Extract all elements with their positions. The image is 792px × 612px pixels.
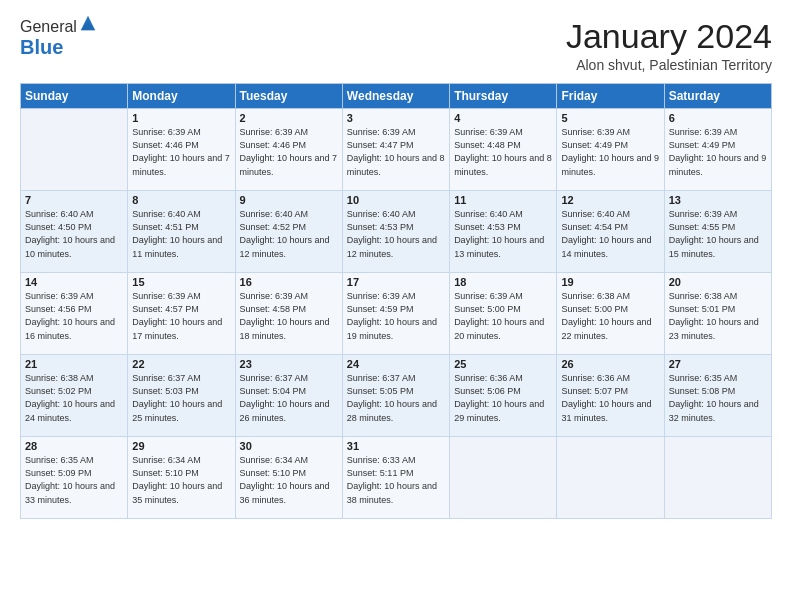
column-header-saturday: Saturday bbox=[664, 84, 771, 109]
day-info: Sunrise: 6:38 AMSunset: 5:02 PMDaylight:… bbox=[25, 372, 123, 424]
calendar-cell: 1Sunrise: 6:39 AMSunset: 4:46 PMDaylight… bbox=[128, 109, 235, 191]
day-info: Sunrise: 6:36 AMSunset: 5:06 PMDaylight:… bbox=[454, 372, 552, 424]
day-number: 9 bbox=[240, 194, 338, 206]
day-number: 18 bbox=[454, 276, 552, 288]
calendar-cell: 17Sunrise: 6:39 AMSunset: 4:59 PMDayligh… bbox=[342, 273, 449, 355]
column-header-friday: Friday bbox=[557, 84, 664, 109]
day-info: Sunrise: 6:34 AMSunset: 5:10 PMDaylight:… bbox=[240, 454, 338, 506]
calendar-cell: 2Sunrise: 6:39 AMSunset: 4:46 PMDaylight… bbox=[235, 109, 342, 191]
calendar-cell: 5Sunrise: 6:39 AMSunset: 4:49 PMDaylight… bbox=[557, 109, 664, 191]
calendar-cell: 29Sunrise: 6:34 AMSunset: 5:10 PMDayligh… bbox=[128, 437, 235, 519]
day-info: Sunrise: 6:39 AMSunset: 4:56 PMDaylight:… bbox=[25, 290, 123, 342]
column-header-thursday: Thursday bbox=[450, 84, 557, 109]
day-number: 10 bbox=[347, 194, 445, 206]
column-header-monday: Monday bbox=[128, 84, 235, 109]
calendar-cell: 18Sunrise: 6:39 AMSunset: 5:00 PMDayligh… bbox=[450, 273, 557, 355]
day-number: 27 bbox=[669, 358, 767, 370]
day-info: Sunrise: 6:40 AMSunset: 4:53 PMDaylight:… bbox=[454, 208, 552, 260]
calendar-table: SundayMondayTuesdayWednesdayThursdayFrid… bbox=[20, 83, 772, 519]
day-number: 6 bbox=[669, 112, 767, 124]
day-number: 8 bbox=[132, 194, 230, 206]
day-number: 16 bbox=[240, 276, 338, 288]
day-info: Sunrise: 6:40 AMSunset: 4:52 PMDaylight:… bbox=[240, 208, 338, 260]
day-number: 28 bbox=[25, 440, 123, 452]
day-info: Sunrise: 6:40 AMSunset: 4:53 PMDaylight:… bbox=[347, 208, 445, 260]
day-info: Sunrise: 6:39 AMSunset: 5:00 PMDaylight:… bbox=[454, 290, 552, 342]
calendar-week-2: 7Sunrise: 6:40 AMSunset: 4:50 PMDaylight… bbox=[21, 191, 772, 273]
calendar-cell: 12Sunrise: 6:40 AMSunset: 4:54 PMDayligh… bbox=[557, 191, 664, 273]
header: General Blue January 2024 Alon shvut, Pa… bbox=[20, 18, 772, 73]
day-info: Sunrise: 6:34 AMSunset: 5:10 PMDaylight:… bbox=[132, 454, 230, 506]
day-number: 31 bbox=[347, 440, 445, 452]
calendar-cell: 8Sunrise: 6:40 AMSunset: 4:51 PMDaylight… bbox=[128, 191, 235, 273]
logo-general-text: General bbox=[20, 18, 77, 36]
calendar-cell: 3Sunrise: 6:39 AMSunset: 4:47 PMDaylight… bbox=[342, 109, 449, 191]
calendar-cell: 10Sunrise: 6:40 AMSunset: 4:53 PMDayligh… bbox=[342, 191, 449, 273]
svg-marker-1 bbox=[81, 21, 95, 30]
day-number: 19 bbox=[561, 276, 659, 288]
day-number: 15 bbox=[132, 276, 230, 288]
calendar-header-row: SundayMondayTuesdayWednesdayThursdayFrid… bbox=[21, 84, 772, 109]
day-number: 22 bbox=[132, 358, 230, 370]
day-number: 1 bbox=[132, 112, 230, 124]
day-info: Sunrise: 6:39 AMSunset: 4:55 PMDaylight:… bbox=[669, 208, 767, 260]
calendar-cell: 7Sunrise: 6:40 AMSunset: 4:50 PMDaylight… bbox=[21, 191, 128, 273]
calendar-cell: 30Sunrise: 6:34 AMSunset: 5:10 PMDayligh… bbox=[235, 437, 342, 519]
day-number: 4 bbox=[454, 112, 552, 124]
day-number: 12 bbox=[561, 194, 659, 206]
day-info: Sunrise: 6:39 AMSunset: 4:46 PMDaylight:… bbox=[240, 126, 338, 178]
calendar-cell: 9Sunrise: 6:40 AMSunset: 4:52 PMDaylight… bbox=[235, 191, 342, 273]
calendar-cell: 15Sunrise: 6:39 AMSunset: 4:57 PMDayligh… bbox=[128, 273, 235, 355]
day-info: Sunrise: 6:35 AMSunset: 5:09 PMDaylight:… bbox=[25, 454, 123, 506]
day-number: 21 bbox=[25, 358, 123, 370]
calendar-cell bbox=[450, 437, 557, 519]
column-header-sunday: Sunday bbox=[21, 84, 128, 109]
calendar-cell: 14Sunrise: 6:39 AMSunset: 4:56 PMDayligh… bbox=[21, 273, 128, 355]
day-info: Sunrise: 6:36 AMSunset: 5:07 PMDaylight:… bbox=[561, 372, 659, 424]
day-info: Sunrise: 6:38 AMSunset: 5:01 PMDaylight:… bbox=[669, 290, 767, 342]
calendar-cell: 4Sunrise: 6:39 AMSunset: 4:48 PMDaylight… bbox=[450, 109, 557, 191]
calendar-cell bbox=[21, 109, 128, 191]
calendar-week-1: 1Sunrise: 6:39 AMSunset: 4:46 PMDaylight… bbox=[21, 109, 772, 191]
location-subtitle: Alon shvut, Palestinian Territory bbox=[566, 57, 772, 73]
calendar-cell: 6Sunrise: 6:39 AMSunset: 4:49 PMDaylight… bbox=[664, 109, 771, 191]
day-info: Sunrise: 6:39 AMSunset: 4:49 PMDaylight:… bbox=[669, 126, 767, 178]
day-number: 20 bbox=[669, 276, 767, 288]
day-info: Sunrise: 6:39 AMSunset: 4:46 PMDaylight:… bbox=[132, 126, 230, 178]
logo-icon bbox=[79, 14, 97, 32]
column-header-wednesday: Wednesday bbox=[342, 84, 449, 109]
calendar-cell: 19Sunrise: 6:38 AMSunset: 5:00 PMDayligh… bbox=[557, 273, 664, 355]
day-info: Sunrise: 6:39 AMSunset: 4:47 PMDaylight:… bbox=[347, 126, 445, 178]
calendar-week-3: 14Sunrise: 6:39 AMSunset: 4:56 PMDayligh… bbox=[21, 273, 772, 355]
day-number: 5 bbox=[561, 112, 659, 124]
calendar-cell: 27Sunrise: 6:35 AMSunset: 5:08 PMDayligh… bbox=[664, 355, 771, 437]
day-info: Sunrise: 6:39 AMSunset: 4:49 PMDaylight:… bbox=[561, 126, 659, 178]
day-info: Sunrise: 6:37 AMSunset: 5:04 PMDaylight:… bbox=[240, 372, 338, 424]
day-number: 7 bbox=[25, 194, 123, 206]
day-info: Sunrise: 6:35 AMSunset: 5:08 PMDaylight:… bbox=[669, 372, 767, 424]
day-info: Sunrise: 6:40 AMSunset: 4:51 PMDaylight:… bbox=[132, 208, 230, 260]
day-info: Sunrise: 6:38 AMSunset: 5:00 PMDaylight:… bbox=[561, 290, 659, 342]
day-number: 11 bbox=[454, 194, 552, 206]
title-block: January 2024 Alon shvut, Palestinian Ter… bbox=[566, 18, 772, 73]
calendar-week-4: 21Sunrise: 6:38 AMSunset: 5:02 PMDayligh… bbox=[21, 355, 772, 437]
day-number: 26 bbox=[561, 358, 659, 370]
calendar-cell: 31Sunrise: 6:33 AMSunset: 5:11 PMDayligh… bbox=[342, 437, 449, 519]
calendar-week-5: 28Sunrise: 6:35 AMSunset: 5:09 PMDayligh… bbox=[21, 437, 772, 519]
day-number: 2 bbox=[240, 112, 338, 124]
calendar-cell: 16Sunrise: 6:39 AMSunset: 4:58 PMDayligh… bbox=[235, 273, 342, 355]
calendar-cell: 26Sunrise: 6:36 AMSunset: 5:07 PMDayligh… bbox=[557, 355, 664, 437]
day-number: 17 bbox=[347, 276, 445, 288]
day-info: Sunrise: 6:37 AMSunset: 5:05 PMDaylight:… bbox=[347, 372, 445, 424]
day-info: Sunrise: 6:40 AMSunset: 4:54 PMDaylight:… bbox=[561, 208, 659, 260]
calendar-cell: 23Sunrise: 6:37 AMSunset: 5:04 PMDayligh… bbox=[235, 355, 342, 437]
calendar-cell: 20Sunrise: 6:38 AMSunset: 5:01 PMDayligh… bbox=[664, 273, 771, 355]
day-number: 13 bbox=[669, 194, 767, 206]
calendar-cell: 24Sunrise: 6:37 AMSunset: 5:05 PMDayligh… bbox=[342, 355, 449, 437]
column-header-tuesday: Tuesday bbox=[235, 84, 342, 109]
logo: General Blue bbox=[20, 18, 97, 59]
day-number: 14 bbox=[25, 276, 123, 288]
day-info: Sunrise: 6:39 AMSunset: 4:48 PMDaylight:… bbox=[454, 126, 552, 178]
calendar-cell bbox=[664, 437, 771, 519]
day-number: 30 bbox=[240, 440, 338, 452]
